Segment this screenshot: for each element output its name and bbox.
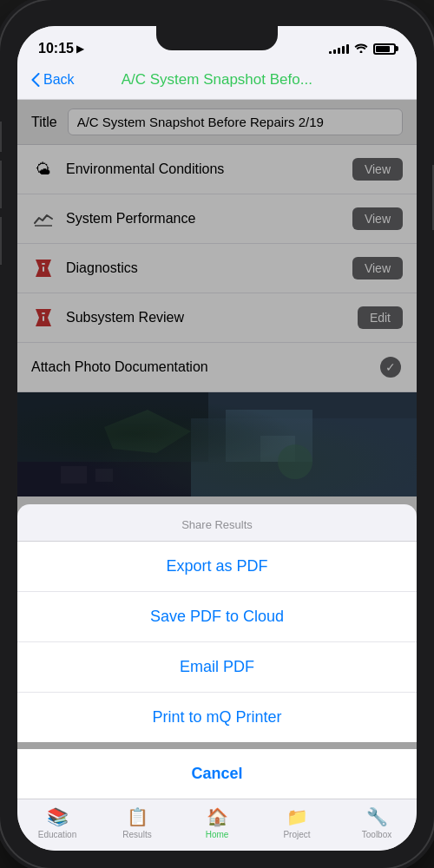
location-icon: ▶ (76, 43, 83, 55)
tab-bar: 📚 Education 📋 Results 🏠 Home 📁 Project 🔧… (17, 799, 417, 851)
side-button-volume-down (0, 217, 2, 265)
nav-title: A/C System Snapshot Befo... (75, 71, 359, 89)
tab-toolbox[interactable]: 🔧 Toolbox (337, 806, 417, 840)
share-sheet-content: Share Results Export as PDF Save PDF to … (17, 504, 417, 742)
signal-bar-5 (346, 44, 349, 54)
battery-fill (376, 46, 390, 52)
main-content: Title 🌤 Environmental Conditions View (17, 100, 417, 799)
notch (156, 26, 278, 50)
email-pdf-option[interactable]: Email PDF (17, 642, 417, 693)
signal-bar-4 (342, 46, 345, 54)
tab-home[interactable]: 🏠 Home (177, 806, 257, 840)
signal-bar-1 (329, 51, 332, 54)
results-icon: 📋 (127, 806, 148, 827)
tab-education[interactable]: 📚 Education (17, 806, 97, 840)
home-icon: 🏠 (207, 806, 228, 827)
phone-screen: 10:15 ▶ (17, 26, 417, 851)
print-mq-printer-option[interactable]: Print to mQ Printer (17, 693, 417, 742)
status-icons (329, 43, 396, 56)
home-label: Home (206, 830, 229, 839)
back-label: Back (43, 72, 75, 88)
signal-bars (329, 43, 349, 54)
share-title: Share Results (181, 518, 253, 531)
share-sheet: Share Results Export as PDF Save PDF to … (17, 504, 417, 799)
education-label: Education (38, 830, 76, 839)
project-label: Project (283, 830, 310, 839)
education-icon: 📚 (47, 806, 69, 827)
signal-bar-3 (338, 48, 340, 54)
project-icon: 📁 (286, 806, 308, 827)
side-button-volume-up (0, 161, 2, 208)
toolbox-label: Toolbox (362, 830, 391, 839)
nav-bar: Back A/C System Snapshot Befo... (17, 64, 417, 100)
time-display: 10:15 (38, 41, 74, 56)
status-time: 10:15 ▶ (38, 41, 83, 56)
cancel-button[interactable]: Cancel (17, 749, 417, 799)
back-button[interactable]: Back (31, 72, 75, 88)
battery-icon (373, 43, 396, 55)
toolbox-icon: 🔧 (366, 806, 388, 827)
save-pdf-cloud-option[interactable]: Save PDF to Cloud (17, 592, 417, 642)
signal-bar-2 (333, 49, 336, 54)
side-button-silent (0, 122, 2, 152)
modal-overlay: Share Results Export as PDF Save PDF to … (17, 100, 417, 799)
tab-results[interactable]: 📋 Results (97, 806, 177, 840)
phone-frame: 10:15 ▶ (0, 0, 434, 868)
tab-project[interactable]: 📁 Project (257, 806, 337, 840)
share-header: Share Results (17, 504, 417, 542)
results-label: Results (122, 830, 151, 839)
wifi-icon (354, 43, 368, 56)
export-pdf-option[interactable]: Export as PDF (17, 542, 417, 592)
